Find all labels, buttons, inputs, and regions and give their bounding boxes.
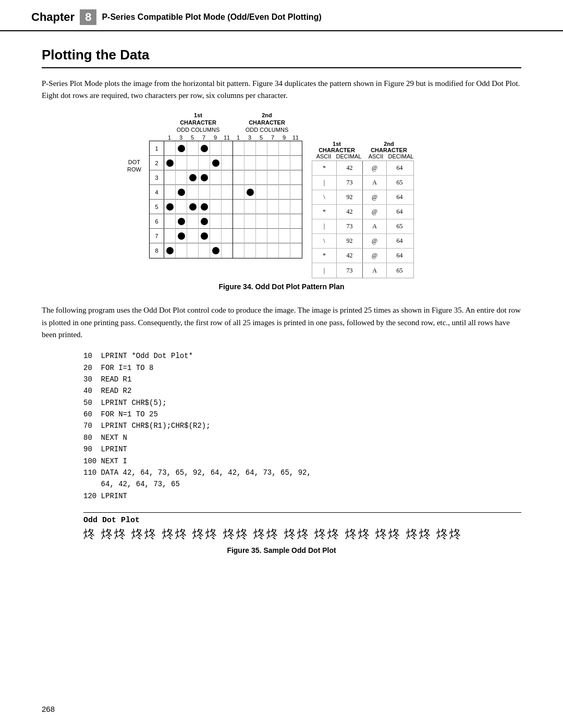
table-row: | 73 A 65 (312, 263, 413, 278)
code-line: 64, 42, 64, 73, 65 (83, 478, 521, 490)
section-title: Plotting the Data (42, 47, 521, 68)
chapter-number: 8 (80, 9, 96, 25)
code-line: 90 LPRINT (83, 443, 521, 455)
code-line: 70 LPRINT CHR$(R1);CHR$(R2); (83, 420, 521, 431)
code-line: 80 NEXT N (83, 432, 521, 443)
sample-output-container: Odd Dot Plot 炵 炵炵 炵炵 炵炵 炵炵 炵炵 炵炵 炵炵 炵炵 炵… (83, 512, 521, 542)
code-line: 60 FOR N=1 TO 25 (83, 409, 521, 420)
table-row: * 42 @ 64 (312, 249, 413, 263)
code-line: 40 READ R2 (83, 385, 521, 397)
table-row: * 42 @ 64 (312, 205, 413, 219)
table-row: \ 92 @ 64 (312, 190, 413, 205)
odd-dot-symbols: 炵 炵炵 炵炵 炵炵 炵炵 炵炵 炵炵 炵炵 炵炵 炵炵 炵炵 炵炵 炵炵 (83, 527, 521, 542)
col-numbers: 1 3 5 7 9 11 1 3 5 7 9 11 (164, 134, 414, 141)
table-row: 5 (150, 200, 302, 214)
code-block: 10 LPRINT *Odd Dot Plot* 20 FOR I=1 TO 8… (83, 350, 521, 502)
table-row: * 42 @ 64 (312, 161, 413, 176)
code-line: 110 DATA 42, 64, 73, 65, 92, 64, 42, 64,… (83, 467, 521, 478)
dot-grid: 1 (149, 141, 302, 258)
table-row: 3 (150, 170, 302, 185)
table-row: 8 (150, 243, 302, 258)
code-line: 100 NEXT I (83, 455, 521, 467)
page-header: Chapter 8 P-Series Compatible Plot Mode … (0, 0, 563, 31)
plot-area: 1st CHARACTER ODD COLUMNS 2nd CHARACTER … (149, 112, 414, 279)
table-row: \ 92 @ 64 (312, 234, 413, 249)
ascii-group-2nd: 2ndCHARACTER ASCII DECIMAL (364, 141, 414, 159)
figure-34-container: DOTROW 1st CHARACTER ODD COLUMNS 2nd CHA… (42, 112, 521, 301)
figure-35-caption: Figure 35. Sample Odd Dot Plot (42, 546, 521, 554)
body-paragraph-2: The following program uses the Odd Dot P… (42, 304, 521, 341)
code-line: 120 LPRINT (83, 490, 521, 502)
code-line: 20 FOR I=1 TO 8 (83, 362, 521, 374)
code-line: 10 LPRINT *Odd Dot Plot* (83, 350, 521, 362)
table-row: 2 (150, 156, 302, 170)
ascii-decimal-table: 1stCHARACTER ASCII DECIMAL 2ndCHARACTER (312, 141, 414, 278)
grid-ascii-row: 1 (149, 141, 414, 278)
ascii-data-body: * 42 @ 64 | 73 A 65 (312, 161, 414, 278)
figure-34-caption: Figure 34. Odd Dot Plot Pattern Plan (218, 282, 344, 291)
chapter-label: Chapter (31, 10, 75, 24)
table-row: 6 (150, 214, 302, 229)
table-row: 1 (150, 141, 302, 156)
table-row: | 73 A 65 (312, 176, 413, 190)
code-line: 50 LPRINT CHR$(5); (83, 397, 521, 409)
main-content: Plotting the Data P-Series Plot Mode plo… (0, 31, 563, 585)
table-row: 4 (150, 185, 302, 200)
header-title: P-Series Compatible Plot Mode (Odd/Even … (102, 13, 321, 22)
body-paragraph-1: P-Series Plot Mode plots the image from … (42, 78, 521, 102)
col-header-2nd-odd: 2nd CHARACTER ODD COLUMNS (232, 112, 301, 134)
code-line: 30 READ R1 (83, 374, 521, 385)
page-number: 268 (42, 705, 55, 713)
ascii-group-1st: 1stCHARACTER ASCII DECIMAL (312, 141, 362, 159)
odd-dot-plot-title: Odd Dot Plot (83, 516, 521, 525)
dot-row-label: DOTROW (127, 158, 141, 174)
table-row: 7 (150, 229, 302, 243)
col-header-1st-odd: 1st CHARACTER ODD COLUMNS (164, 112, 232, 134)
output-separator (83, 512, 521, 513)
dot-plot-wrapper: DOTROW 1st CHARACTER ODD COLUMNS 2nd CHA… (149, 112, 414, 279)
table-row: | 73 A 65 (312, 219, 413, 234)
